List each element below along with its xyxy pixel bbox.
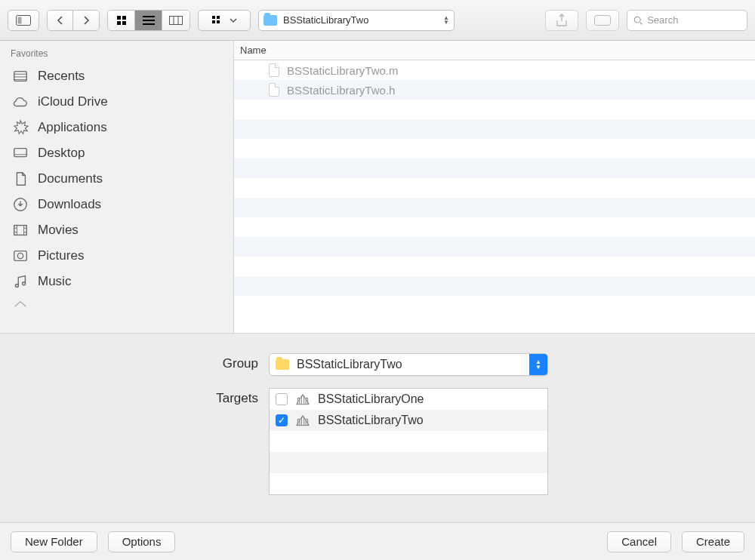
sidebar-item-label: Desktop — [38, 146, 85, 161]
sidebar-item-more[interactable] — [0, 294, 233, 320]
sidebar-item-pictures[interactable]: Pictures — [0, 243, 233, 269]
cancel-button[interactable]: Cancel — [607, 531, 671, 552]
tags-button[interactable] — [586, 10, 619, 31]
search-icon — [633, 15, 643, 26]
share-icon — [556, 14, 568, 27]
search-field[interactable] — [627, 10, 747, 31]
recents-icon — [12, 68, 29, 85]
svg-rect-14 — [212, 20, 215, 23]
desktop-icon — [12, 145, 29, 162]
sidebar-item-label: Applications — [38, 120, 107, 135]
sidebar-item-label: Recents — [38, 69, 85, 84]
svg-rect-4 — [117, 21, 121, 25]
sidebar-item-label: Downloads — [38, 197, 101, 212]
svg-rect-8 — [143, 23, 155, 25]
svg-rect-26 — [14, 226, 27, 235]
share-button[interactable] — [545, 10, 578, 31]
sidebar-header: Favorites — [0, 41, 233, 63]
music-icon — [12, 273, 29, 290]
search-input[interactable] — [647, 14, 741, 26]
target-row[interactable]: ✓ BSStaticLibraryTwo — [270, 410, 547, 431]
view-columns-button[interactable] — [162, 11, 190, 30]
folder-icon — [263, 15, 277, 26]
chevron-down-icon — [230, 17, 237, 23]
nav-back-button[interactable] — [48, 11, 73, 30]
sidebar-item-downloads[interactable]: Downloads — [0, 192, 233, 217]
view-mode-segment — [107, 10, 190, 31]
svg-rect-13 — [217, 16, 220, 19]
target-checkbox[interactable] — [276, 393, 288, 405]
target-row[interactable]: BSStaticLibraryOne — [270, 389, 547, 410]
file-pane: Name BSStaticLibraryTwo.m BSStaticLibrar… — [234, 41, 755, 333]
sidebar-item-label: Music — [38, 274, 71, 289]
nav-forward-button[interactable] — [73, 11, 99, 30]
targets-list: BSStaticLibraryOne ✓ BSStaticLibraryTwo — [269, 388, 548, 495]
sidebar-item-icloud[interactable]: iCloud Drive — [0, 89, 233, 115]
sidebar-item-label: Movies — [38, 223, 79, 238]
library-icon — [295, 414, 310, 427]
options-button[interactable]: Options — [108, 531, 176, 552]
sidebar-item-desktop[interactable]: Desktop — [0, 140, 233, 166]
sidebar-item-label: Documents — [38, 171, 103, 186]
svg-point-17 — [634, 17, 640, 23]
group-select[interactable]: BSStaticLibraryTwo ▲▼ — [269, 353, 548, 376]
targets-label: Targets — [0, 388, 258, 406]
file-rows[interactable]: BSStaticLibraryTwo.m BSStaticLibraryTwo.… — [234, 60, 755, 333]
file-name: BSStaticLibraryTwo.h — [287, 84, 395, 97]
document-icon — [269, 63, 279, 77]
list-icon — [143, 16, 155, 25]
sidebar-item-applications[interactable]: Applications — [0, 115, 233, 140]
bottom-bar: New Folder Options Cancel Create — [0, 522, 755, 560]
movies-icon — [12, 222, 29, 238]
view-list-button[interactable] — [135, 11, 162, 30]
svg-rect-12 — [212, 16, 215, 19]
view-icon-button[interactable] — [108, 11, 135, 30]
file-row[interactable]: BSStaticLibraryTwo.h — [234, 80, 755, 100]
library-icon — [295, 392, 310, 406]
group-targets-panel: Group BSStaticLibraryTwo ▲▼ Targets BSSt… — [0, 333, 755, 522]
nav-back-forward — [47, 10, 100, 31]
group-label: Group — [0, 353, 258, 371]
documents-icon — [12, 171, 29, 187]
group-value: BSStaticLibraryTwo — [297, 358, 402, 371]
toggle-sidebar-button[interactable] — [8, 10, 39, 31]
new-folder-button[interactable]: New Folder — [11, 531, 97, 552]
svg-rect-1 — [18, 17, 22, 23]
grid-icon — [116, 15, 127, 26]
target-row-empty — [270, 431, 547, 452]
sidebar-item-movies[interactable]: Movies — [0, 217, 233, 243]
pictures-icon — [12, 248, 29, 264]
arrange-button[interactable] — [198, 10, 251, 31]
path-label: BSStaticLibraryTwo — [283, 14, 368, 26]
updown-icon: ▲▼ — [443, 16, 449, 25]
target-checkbox[interactable]: ✓ — [276, 414, 288, 426]
updown-icon: ▲▼ — [529, 354, 547, 375]
sidebar-item-documents[interactable]: Documents — [0, 166, 233, 192]
sidebar-item-label: Pictures — [38, 248, 84, 263]
target-name: BSStaticLibraryTwo — [318, 414, 424, 427]
target-row-empty — [270, 452, 547, 473]
main-area: Favorites Recents iCloud Drive Applicati… — [0, 41, 755, 333]
path-dropdown[interactable]: BSStaticLibraryTwo ▲▼ — [258, 10, 455, 31]
tag-icon — [594, 15, 611, 26]
chevron-left-icon — [57, 16, 63, 25]
target-name: BSStaticLibraryOne — [318, 392, 424, 406]
home-icon — [12, 299, 29, 315]
target-row-empty — [270, 473, 547, 494]
folder-icon — [276, 359, 289, 370]
toolbar: BSStaticLibraryTwo ▲▼ — [0, 0, 755, 41]
column-headers[interactable]: Name — [234, 41, 755, 60]
column-name: Name — [240, 45, 267, 56]
svg-rect-6 — [143, 16, 155, 17]
create-button[interactable]: Create — [682, 531, 744, 552]
svg-point-35 — [15, 284, 18, 287]
svg-point-36 — [23, 282, 26, 285]
sidebar: Favorites Recents iCloud Drive Applicati… — [0, 41, 234, 333]
file-name: BSStaticLibraryTwo.m — [287, 64, 399, 77]
sidebar-item-music[interactable]: Music — [0, 269, 233, 294]
sidebar-item-recents[interactable]: Recents — [0, 63, 233, 89]
svg-line-18 — [640, 22, 643, 24]
svg-rect-3 — [122, 16, 126, 20]
sidebar-icon — [16, 15, 31, 26]
file-row[interactable]: BSStaticLibraryTwo.m — [234, 60, 755, 80]
